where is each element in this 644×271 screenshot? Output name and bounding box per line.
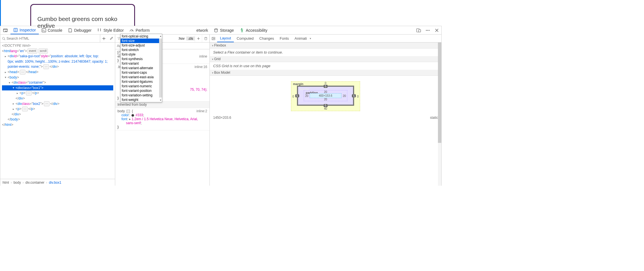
search-icon — [2, 37, 5, 40]
breadcrumb-item-current[interactable]: div.box1 — [49, 181, 61, 185]
tab-storage-label: Storage — [220, 28, 234, 33]
autocomplete-item[interactable]: font-variant — [121, 61, 162, 66]
box1-node-selected[interactable]: ▾<div class="box1"> — [2, 85, 113, 91]
layout-scrollbar[interactable] — [438, 43, 441, 186]
doctype-node[interactable]: <!DOCTYPE html> — [2, 43, 31, 48]
box-model-diagram[interactable]: margin 0 0 40 0 border 5 5 5 5 padding — [213, 77, 438, 113]
padding-bottom-value[interactable]: 20 — [324, 98, 327, 101]
rule-source-link[interactable]: inline — [199, 54, 207, 58]
box-model-section-header[interactable]: Box Model — [210, 70, 441, 76]
tab-accessibility-label: Accessibility — [246, 28, 267, 33]
subtab-animations[interactable]: Animati — [292, 35, 310, 42]
content-size-value[interactable]: 400×153.6 — [310, 93, 341, 98]
tab-inspector-label: Inspector — [20, 28, 36, 32]
autocomplete-item[interactable]: font-stretch — [121, 48, 162, 52]
autocomplete-item[interactable]: font-variant-caps — [121, 70, 162, 75]
subtab-fonts[interactable]: Fonts — [277, 35, 292, 42]
tab-inspector[interactable]: Inspector — [10, 26, 39, 34]
css-autocomplete-popup[interactable]: ▴ font-optical-sizing font-size font-siz… — [120, 34, 162, 102]
page-box1: Gumbo beet greens corn soko endive — [30, 4, 135, 26]
breadcrumb-item[interactable]: body — [14, 181, 21, 185]
autocomplete-item[interactable]: font-style — [121, 52, 162, 57]
html-node[interactable]: <html lang="en"> event scroll — [2, 48, 113, 54]
element-dimensions: 1450×203.6 — [213, 116, 231, 120]
border-bottom-value[interactable]: 5 — [324, 104, 328, 107]
subtab-changes[interactable]: Changes — [256, 35, 277, 42]
padding-right-value[interactable]: 20 — [343, 94, 346, 97]
close-devtools-button[interactable] — [432, 26, 441, 34]
body-rule[interactable]: body {inline:2 color: #333; font: ▸ 1.2e… — [115, 108, 209, 130]
flexbox-section-header[interactable]: Flexbox — [210, 43, 441, 48]
autocomplete-item[interactable]: font-optical-sizing — [121, 34, 162, 39]
add-node-button[interactable] — [100, 35, 108, 42]
rule-source-link[interactable]: inline:2 — [196, 109, 207, 113]
subtab-layout[interactable]: Layout — [217, 35, 234, 42]
autocomplete-item[interactable]: font-weight — [121, 98, 162, 102]
box-model-footer: 1450×203.6 static — [210, 115, 441, 120]
border-right-value[interactable]: 5 — [352, 94, 356, 97]
autocomplete-item[interactable]: font-variant-east-asia — [121, 75, 162, 79]
tab-style-editor[interactable]: Style Editor — [94, 26, 127, 34]
padding-left-value[interactable]: 20 — [305, 94, 308, 97]
p1-node[interactable]: ▸<p> ⋯ </p> — [2, 90, 113, 96]
eyedropper-button[interactable] — [108, 35, 115, 42]
devtools: Inspector Console Debugger Style Editor … — [0, 26, 442, 186]
margin-bottom-value[interactable]: 40 — [324, 107, 327, 110]
subtab-computed[interactable]: Computed — [234, 35, 256, 42]
page-preview: Gumbo beet greens corn soko endive — [0, 0, 442, 26]
flex-icon[interactable] — [127, 110, 130, 113]
margin-right-value[interactable]: 0 — [357, 95, 359, 98]
body-node[interactable]: ▾<body> — [2, 75, 113, 80]
autocomplete-up-arrow[interactable]: ▴ — [160, 35, 161, 37]
border-top-value[interactable]: 5 — [324, 85, 328, 88]
container-node[interactable]: ▾<div class="container"> — [2, 80, 113, 85]
box2-node[interactable]: ▸<div class="box2"> ⋯ </div> — [2, 101, 113, 107]
svg-point-7 — [426, 30, 427, 31]
tab-performance[interactable]: Perform — [127, 26, 153, 34]
inherited-header: Inherited from body — [115, 101, 209, 108]
responsive-mode-button[interactable] — [414, 26, 423, 34]
tab-accessibility[interactable]: Accessibility — [237, 26, 270, 34]
tab-network[interactable]: etwork — [194, 26, 211, 34]
breadcrumb-item[interactable]: div.container — [25, 181, 44, 185]
tab-style-editor-label: Style Editor — [103, 28, 124, 33]
meatball-menu-button[interactable] — [423, 26, 432, 34]
autocomplete-item[interactable]: font-variant-numeric — [121, 84, 162, 88]
element-position: static — [430, 116, 438, 120]
svg-point-8 — [427, 30, 428, 31]
hov-toggle[interactable]: :hov — [176, 37, 186, 41]
border-left-value[interactable]: 5 — [295, 94, 299, 97]
head-node[interactable]: ▸<head> ⋯ </head> — [2, 69, 113, 75]
svg-point-4 — [241, 28, 242, 29]
cls-toggle[interactable]: .cls — [186, 37, 195, 41]
expand-pane-icon[interactable] — [210, 37, 217, 41]
margin-left-value[interactable]: 0 — [292, 95, 294, 98]
layout-panel: Layout Computed Changes Fonts Animati ▾ … — [210, 35, 441, 186]
autocomplete-item[interactable]: font-synthesis — [121, 57, 162, 61]
svg-point-3 — [215, 29, 217, 30]
iframe-picker-button[interactable] — [0, 26, 10, 34]
light-mode-button[interactable] — [202, 35, 209, 42]
autocomplete-item[interactable]: font-variant-alternate — [121, 66, 162, 70]
autocomplete-item-selected[interactable]: font-size — [121, 39, 162, 43]
autocomplete-item[interactable]: font-variant-ligatures — [121, 79, 162, 84]
autocomplete-scrollbar[interactable] — [159, 39, 162, 98]
rule-source-link[interactable]: inline:16 — [194, 65, 207, 69]
flexbox-message: Select a Flex container or item to conti… — [210, 48, 441, 56]
autocomplete-item[interactable]: font-variation-setting — [121, 93, 162, 98]
saka-div-node[interactable]: ▸<div id="saka-gui-root" style="position… — [2, 54, 113, 59]
grid-section-header[interactable]: Grid — [210, 56, 441, 62]
breadcrumb-item[interactable]: html — [3, 181, 9, 185]
autocomplete-item[interactable]: font-size-adjust — [121, 43, 162, 48]
autocomplete-item[interactable]: font-variant-position — [121, 88, 162, 93]
color-swatch[interactable] — [131, 114, 134, 117]
dom-tree[interactable]: <!DOCTYPE html> <html lang="en"> event s… — [0, 43, 115, 179]
autocomplete-down-arrow[interactable]: ▾ — [160, 99, 161, 101]
tab-debugger[interactable]: Debugger — [65, 26, 95, 34]
new-rule-button[interactable] — [195, 35, 202, 42]
html-search-bar — [0, 35, 115, 43]
margin-top-value[interactable]: 0 — [325, 82, 326, 85]
tab-storage[interactable]: Storage — [211, 26, 237, 34]
p2-node[interactable]: ▸<p> ⋯ </p> — [2, 106, 113, 112]
search-html-input[interactable] — [7, 36, 98, 41]
